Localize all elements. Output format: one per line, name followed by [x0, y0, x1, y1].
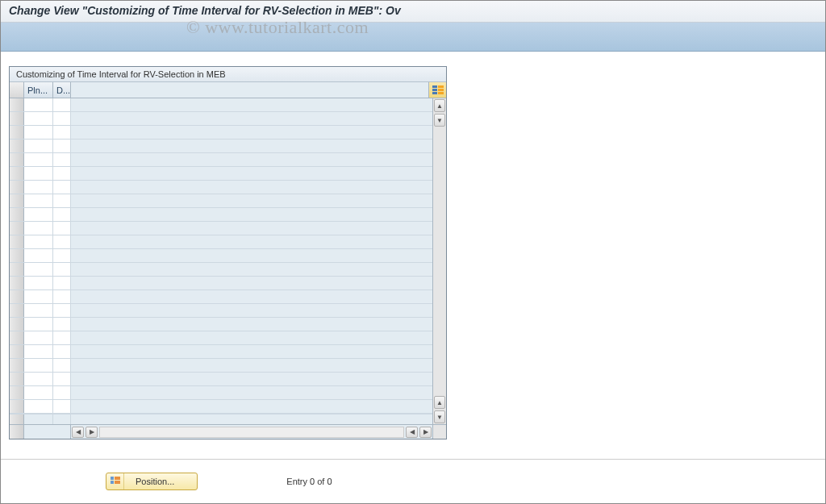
table-row[interactable]: [10, 194, 432, 208]
cell-d[interactable]: [53, 304, 71, 317]
vertical-scroll-track[interactable]: [433, 127, 446, 395]
cell-d[interactable]: [53, 194, 71, 207]
horizontal-scroll-track[interactable]: [99, 427, 404, 438]
cell-d[interactable]: [53, 140, 71, 152]
cell-pln[interactable]: [24, 153, 53, 166]
cell-pln[interactable]: [24, 290, 53, 303]
table-row[interactable]: [10, 208, 432, 222]
cell-d[interactable]: [53, 373, 71, 385]
table-configure-button[interactable]: [428, 82, 446, 98]
row-selector[interactable]: [10, 208, 24, 221]
cell-pln[interactable]: [24, 277, 53, 289]
column-header-pln[interactable]: Pln...: [24, 82, 53, 98]
scroll-left-button[interactable]: ◀: [72, 427, 84, 438]
table-row[interactable]: [10, 249, 432, 263]
row-selector[interactable]: [10, 359, 24, 372]
row-selector[interactable]: [10, 290, 24, 303]
cell-pln[interactable]: [24, 208, 53, 221]
cell-pln[interactable]: [24, 331, 53, 344]
cell-pln[interactable]: [24, 126, 53, 139]
row-selector[interactable]: [10, 400, 24, 413]
cell-d[interactable]: [53, 222, 71, 235]
cell-pln[interactable]: [24, 400, 53, 413]
row-selector[interactable]: [10, 112, 24, 125]
row-selector[interactable]: [10, 386, 24, 399]
cell-pln[interactable]: [24, 263, 53, 276]
row-selector[interactable]: [10, 373, 24, 385]
cell-d[interactable]: [53, 235, 71, 248]
scroll-down-button-bottom[interactable]: ▼: [434, 410, 445, 423]
table-row[interactable]: [10, 235, 432, 249]
scroll-right-button-end[interactable]: ▶: [419, 427, 432, 438]
cell-pln[interactable]: [24, 318, 53, 331]
scroll-right-button[interactable]: ▶: [86, 427, 98, 438]
table-row[interactable]: [10, 222, 432, 235]
cell-pln[interactable]: [24, 386, 53, 399]
cell-d[interactable]: [53, 277, 71, 289]
table-row[interactable]: [10, 331, 432, 345]
row-selector[interactable]: [10, 126, 24, 139]
vertical-scrollbar[interactable]: ▲ ▼ ▲ ▼: [432, 98, 446, 424]
table-row[interactable]: [10, 126, 432, 140]
column-header-d[interactable]: D...: [53, 82, 71, 98]
cell-d[interactable]: [53, 331, 71, 344]
row-selector[interactable]: [10, 181, 24, 194]
table-row[interactable]: [10, 263, 432, 277]
table-row[interactable]: [10, 181, 432, 194]
table-row[interactable]: [10, 386, 432, 400]
cell-d[interactable]: [53, 167, 71, 180]
cell-pln[interactable]: [24, 98, 53, 111]
row-selector[interactable]: [10, 263, 24, 276]
cell-d[interactable]: [53, 249, 71, 262]
cell-d[interactable]: [53, 112, 71, 125]
cell-d[interactable]: [53, 386, 71, 399]
cell-pln[interactable]: [24, 140, 53, 152]
table-row[interactable]: [10, 98, 432, 112]
row-selector[interactable]: [10, 222, 24, 235]
cell-d[interactable]: [53, 345, 71, 358]
cell-d[interactable]: [53, 290, 71, 303]
table-row[interactable]: [10, 359, 432, 373]
cell-d[interactable]: [53, 98, 71, 111]
cell-pln[interactable]: [24, 112, 53, 125]
table-row[interactable]: [10, 373, 432, 386]
cell-pln[interactable]: [24, 181, 53, 194]
cell-pln[interactable]: [24, 167, 53, 180]
cell-d[interactable]: [53, 208, 71, 221]
cell-pln[interactable]: [24, 373, 53, 385]
table-row[interactable]: [10, 318, 432, 331]
cell-pln[interactable]: [24, 359, 53, 372]
row-selector[interactable]: [10, 318, 24, 331]
cell-d[interactable]: [53, 263, 71, 276]
cell-d[interactable]: [53, 400, 71, 413]
scroll-left-button-end[interactable]: ◀: [406, 427, 418, 438]
scroll-up-button[interactable]: ▲: [434, 99, 445, 112]
row-selector[interactable]: [10, 140, 24, 152]
row-selector[interactable]: [10, 249, 24, 262]
table-row[interactable]: [10, 140, 432, 153]
cell-d[interactable]: [53, 181, 71, 194]
table-row[interactable]: [10, 153, 432, 167]
position-button[interactable]: Position...: [106, 473, 198, 490]
cell-pln[interactable]: [24, 222, 53, 235]
cell-pln[interactable]: [24, 194, 53, 207]
row-selector[interactable]: [10, 235, 24, 248]
scroll-down-button[interactable]: ▼: [434, 114, 445, 127]
row-selector[interactable]: [10, 153, 24, 166]
cell-d[interactable]: [53, 318, 71, 331]
scroll-up-button-bottom[interactable]: ▲: [434, 396, 445, 409]
row-selector[interactable]: [10, 98, 24, 111]
cell-d[interactable]: [53, 126, 71, 139]
row-selector[interactable]: [10, 304, 24, 317]
table-row[interactable]: [10, 400, 432, 414]
cell-pln[interactable]: [24, 235, 53, 248]
cell-pln[interactable]: [24, 304, 53, 317]
row-selector[interactable]: [10, 194, 24, 207]
row-selector[interactable]: [10, 345, 24, 358]
table-row[interactable]: [10, 304, 432, 318]
table-row[interactable]: [10, 345, 432, 359]
table-row[interactable]: [10, 167, 432, 181]
cell-pln[interactable]: [24, 249, 53, 262]
table-row[interactable]: [10, 277, 432, 290]
row-selector[interactable]: [10, 331, 24, 344]
